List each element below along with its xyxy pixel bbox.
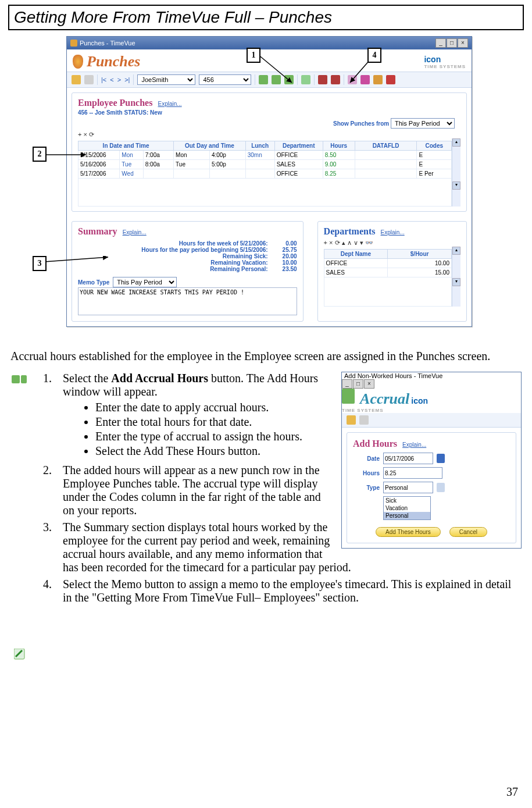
period-hours-value: 25.75 [274,247,297,253]
memo-button-icon [14,649,31,660]
bullet: Enter the total hours for that date. [95,415,522,429]
step-4: 4.Select the Memo button to assign a mem… [63,578,522,604]
col-codes[interactable]: Codes [417,141,452,151]
employee-punches-section: Employee Punches Explain... 456 -- Joe S… [72,92,467,212]
add-accrual-icon[interactable] [259,75,268,84]
nav-next-icon[interactable]: > [117,76,121,83]
col-out[interactable]: Out Day and Time [174,141,246,151]
callout-3: 3 [33,256,47,271]
nav-last-icon[interactable]: >| [124,76,130,83]
minimize-button[interactable]: _ [435,38,446,48]
explain-link[interactable]: Explain... [123,229,147,236]
add-accrual-hours-icon [10,374,28,386]
personal-value: 23.50 [274,266,297,272]
misc-icon-2[interactable] [360,75,370,84]
employee-id-dropdown[interactable]: 456 [199,74,251,85]
toolbar: |< < > >| JoeSmith 456 [67,72,472,88]
app-icon [70,40,77,47]
bullet: Enter the type of accrual to assign the … [95,430,522,443]
col-datafld[interactable]: DATAFLD [355,141,417,151]
summary-title: Summary [78,226,117,236]
maximize-button[interactable]: □ [447,38,457,48]
summary-section: Summary Explain... Hours for the week of… [72,221,304,322]
personal-label: Remaining Personal: [78,266,268,272]
employee-dropdown[interactable]: JoeSmith [137,74,195,85]
dept-row-icons[interactable]: + × ⟳ ▴ ∧ ∨ ▾ 👓 [324,239,460,247]
print-icon[interactable] [84,75,94,84]
table-row[interactable]: 5/15/2006Mon7:00a Mon4:00p 30mnOFFICE 8.… [78,151,452,160]
red-icon-1[interactable] [318,75,327,84]
misc-icon-3[interactable] [373,75,383,84]
employee-punches-title: Employee Punches [78,98,152,108]
punches-logo-icon [73,55,83,69]
bullet: Enter the date to apply accrual hours. [95,401,522,414]
brand-logo: iconTIME SYSTEMS [424,55,466,69]
lock-icon[interactable] [72,75,81,84]
col-hours[interactable]: Hours [323,141,355,151]
callout-1: 1 [247,48,260,63]
page-number: 37 [506,785,518,799]
accrual-icon-2[interactable] [272,75,281,84]
close-button[interactable]: × [458,38,468,48]
nav-prev-icon[interactable]: < [110,76,113,83]
memo-icon[interactable] [301,75,310,84]
step-2: 2.The added hours will appear as a new p… [63,464,522,517]
punches-figure: 1 4 2 3 Punches - TimeVue _ □ × Punches … [66,36,473,339]
departments-section: Departments Explain... + × ⟳ ▴ ∧ ∨ ▾ 👓 D… [317,221,467,322]
table-row[interactable]: OFFICE10.00 [324,259,451,268]
callout-2: 2 [33,147,47,162]
period-hours-label: Hours for the pay period beginning 5/15/… [78,247,268,253]
memo-type-dropdown[interactable]: This Pay Period [113,277,177,287]
bullet: Select the Add These Hours button. [95,444,522,458]
dept-scrollbar[interactable]: ▴▾ [452,247,460,307]
vacation-value: 10.00 [274,259,297,266]
page-title: Getting More From TimeVue Full – Punches [8,5,524,30]
week-hours-value: 0.00 [274,240,297,247]
nav-first-icon[interactable]: |< [101,76,106,83]
punches-row-icons[interactable]: + × ⟳ [78,131,460,138]
col-dept[interactable]: Department [274,141,323,151]
accrual-icon-3[interactable] [284,75,294,84]
table-scrollbar[interactable]: ▴▾ [452,138,460,207]
departments-title: Departments [324,226,376,236]
sick-label: Remaining Sick: [78,253,268,259]
col-rate[interactable]: $/Hour [388,250,452,259]
memo-type-label: Memo Type [78,279,109,286]
svg-rect-4 [12,375,20,383]
show-punches-label: Show Punches from [333,120,389,127]
window-titlebar: Punches - TimeVue _ □ × [67,37,472,49]
intro-paragraph: Accrual hours established for the employ… [10,349,522,364]
col-in[interactable]: In Date and Time [78,141,174,151]
punches-table: In Date and Time Out Day and Time Lunch … [78,141,452,207]
steps-list: 1. Select the Add Accrual Hours button. … [63,372,522,604]
step-1: 1. Select the Add Accrual Hours button. … [63,372,522,458]
step-3: 3.The Summary section displays total hou… [63,521,522,574]
explain-link[interactable]: Explain... [158,101,182,107]
status-line: 456 -- Joe Smith STATUS: New [78,109,460,116]
misc-icon-4[interactable] [386,75,395,84]
red-icon-2[interactable] [331,75,340,84]
vacation-label: Remaining Vacation: [78,259,268,266]
sick-value: 20.00 [274,253,297,259]
col-lunch[interactable]: Lunch [245,141,274,151]
misc-icon-1[interactable] [348,75,357,84]
table-row-empty [78,179,452,207]
col-dept-name[interactable]: Dept Name [324,250,388,259]
window-title: Punches - TimeVue [80,40,135,47]
departments-table: Dept Name$/Hour OFFICE10.00 SALES15.00 [324,249,452,307]
punches-header: Punches [87,53,140,70]
show-punches-dropdown[interactable]: This Pay Period [391,118,455,129]
table-row-empty [324,277,451,307]
week-hours-label: Hours for the week of 5/21/2006: [78,240,268,247]
callout-4: 4 [367,48,381,63]
svg-rect-5 [21,375,27,383]
table-row[interactable]: 5/16/2006Tue8:00a Tue5:00p SALES 9.00E [78,160,452,169]
explain-link[interactable]: Explain... [381,229,405,236]
memo-textarea[interactable]: YOUR NEW WAGE INCREASE STARTS THIS PAY P… [78,287,297,315]
table-row[interactable]: 5/17/2006Wed OFFICE 8.25E Per [78,169,452,179]
table-row[interactable]: SALES15.00 [324,268,451,277]
